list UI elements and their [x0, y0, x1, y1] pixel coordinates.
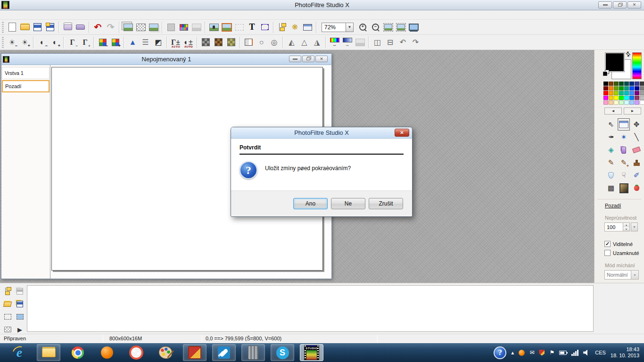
palette-swatch[interactable] — [603, 82, 608, 86]
layer-manager-tool-icon[interactable] — [618, 118, 630, 131]
arrow-tool-icon[interactable]: ⇖ — [605, 118, 617, 131]
sepia-button[interactable] — [212, 36, 225, 49]
menu-item[interactable] — [53, 14, 61, 16]
palette-swatch[interactable] — [629, 86, 634, 90]
gradient-button[interactable]: → — [341, 36, 354, 49]
palette-swatch[interactable] — [603, 91, 608, 95]
blend-mode-select[interactable]: Normální — [604, 270, 631, 280]
clone-stamp-tool-icon[interactable] — [630, 156, 643, 169]
browser-button[interactable] — [301, 21, 314, 33]
taskbar-rocket-icon[interactable] — [212, 344, 236, 361]
rotate-right-button[interactable]: ↷ — [409, 36, 422, 49]
reset-colors-icon[interactable] — [603, 72, 607, 76]
palette-swatch[interactable] — [609, 96, 613, 100]
selection-new-button[interactable] — [2, 311, 13, 322]
locked-checkbox[interactable] — [604, 250, 611, 256]
menu-item[interactable] — [44, 14, 53, 16]
palette-swatch[interactable] — [624, 96, 629, 100]
red-eye-tool-icon[interactable] — [630, 182, 643, 194]
fullscreen-button[interactable] — [407, 21, 420, 33]
hidden-icons-arrow-icon[interactable]: ▴ — [511, 349, 514, 356]
cancel-button[interactable]: Zrušit — [369, 198, 403, 209]
histogram-button[interactable]: ▲ — [126, 36, 139, 49]
palette-swatch[interactable] — [629, 100, 634, 105]
contrast-plus-button[interactable]: ◐+ — [49, 36, 61, 49]
palette-swatch[interactable] — [635, 91, 639, 95]
palette-swatch[interactable] — [624, 86, 629, 90]
menu-item[interactable] — [87, 14, 95, 16]
vector-selection-button[interactable] — [258, 21, 271, 33]
taskbar-avast-icon[interactable] — [95, 344, 119, 361]
palette-swatch[interactable] — [619, 100, 624, 105]
levels-button[interactable]: ☰ — [139, 36, 152, 49]
opacity-up-icon[interactable]: ▲ — [623, 223, 629, 227]
blur-tool-icon[interactable] — [605, 169, 617, 181]
brightness-plus-button[interactable]: ☀+ — [18, 36, 31, 49]
advanced-brush-tool-icon[interactable]: ✎+ — [618, 156, 630, 169]
blur-more-button[interactable]: ◎ — [268, 36, 281, 49]
battery-icon[interactable] — [559, 351, 567, 355]
art-filter-tool-icon[interactable] — [618, 182, 630, 194]
palette-swatch[interactable] — [603, 86, 608, 90]
menu-item[interactable] — [2, 14, 10, 16]
taskbar-media-icon[interactable] — [124, 344, 148, 361]
selection-fill-button[interactable] — [14, 311, 25, 322]
explorer-thumbnails-area[interactable] — [27, 285, 594, 332]
zoom-dropdown-icon[interactable]: ▼ — [346, 23, 354, 32]
volume-icon[interactable] — [583, 350, 590, 356]
palette-swatch[interactable] — [640, 86, 644, 90]
menu-item[interactable] — [36, 14, 44, 16]
action-center-flag-icon[interactable]: ⚑ — [549, 349, 554, 356]
avast-tray-icon[interactable] — [519, 350, 525, 356]
dialog-close-icon[interactable]: ✕ — [395, 129, 409, 137]
zoom-select[interactable]: 72% — [322, 23, 346, 32]
auto-contrast-button[interactable]: ◐±AUTO — [182, 36, 195, 49]
mail-tray-icon[interactable]: ✉ — [529, 349, 534, 356]
grayscale-button[interactable] — [199, 36, 212, 49]
palette-swatch[interactable] — [635, 100, 639, 105]
flip-horizontal-button[interactable]: ◫ — [371, 36, 384, 49]
taskbar-ie-icon[interactable]: e — [8, 344, 31, 361]
export-image-button[interactable] — [14, 286, 25, 297]
opacity-down-icon[interactable]: ▼ — [623, 227, 629, 231]
taskbar-chrome-icon[interactable] — [66, 344, 90, 361]
palette-swatch[interactable] — [609, 86, 613, 90]
help-tray-icon[interactable]: ? — [494, 346, 506, 359]
visible-checkbox[interactable]: ✓ — [604, 241, 611, 247]
palette-swatch[interactable] — [619, 82, 624, 86]
palette-swatch[interactable] — [629, 82, 634, 86]
palette-swatch[interactable] — [614, 82, 619, 86]
edges-button[interactable] — [242, 36, 255, 49]
open-button[interactable] — [18, 21, 31, 33]
defender-tray-icon[interactable] — [539, 350, 545, 356]
clock[interactable]: 18:43 18. 10. 2013 — [611, 346, 639, 359]
eraser-tool-icon[interactable] — [630, 144, 643, 156]
palette-swatch[interactable] — [614, 100, 619, 105]
taskbar-defender-icon[interactable] — [183, 344, 206, 361]
mesh-tool-icon[interactable]: ▩ — [605, 182, 617, 194]
palette-swatch[interactable] — [609, 91, 613, 95]
print-button[interactable] — [61, 21, 74, 33]
network-signal-icon[interactable] — [571, 350, 578, 356]
taskbar-paint-icon[interactable] — [154, 344, 177, 361]
palette-swatch[interactable] — [640, 91, 644, 95]
menu-item[interactable] — [70, 14, 78, 16]
palette-swatch[interactable] — [614, 86, 619, 90]
close-button[interactable]: ✕ — [627, 1, 641, 8]
photomask-button[interactable] — [354, 36, 366, 49]
rainbow-strip[interactable] — [632, 52, 642, 79]
zoom-out-button[interactable]: − — [369, 21, 382, 33]
palette-next-button[interactable]: ► — [624, 107, 641, 115]
palette-swatch[interactable] — [603, 96, 608, 100]
yes-button[interactable]: Ano — [293, 198, 328, 209]
brightness-minus-button[interactable]: ☀− — [6, 36, 18, 49]
explorer-tree-button[interactable] — [2, 286, 13, 297]
auto-gamma-button[interactable]: Γ±AUTO — [169, 36, 182, 49]
palette-swatch[interactable] — [640, 82, 644, 86]
gamma-plus-button[interactable]: Γ+ — [79, 36, 91, 49]
emboss-button[interactable]: ◭ — [285, 36, 298, 49]
palette-swatch[interactable] — [624, 82, 629, 86]
doc-close-button[interactable]: ✕ — [315, 56, 328, 62]
gamma-minus-button[interactable]: Γ− — [66, 36, 79, 49]
swap-colors-icon[interactable]: ⇆ — [624, 49, 632, 58]
